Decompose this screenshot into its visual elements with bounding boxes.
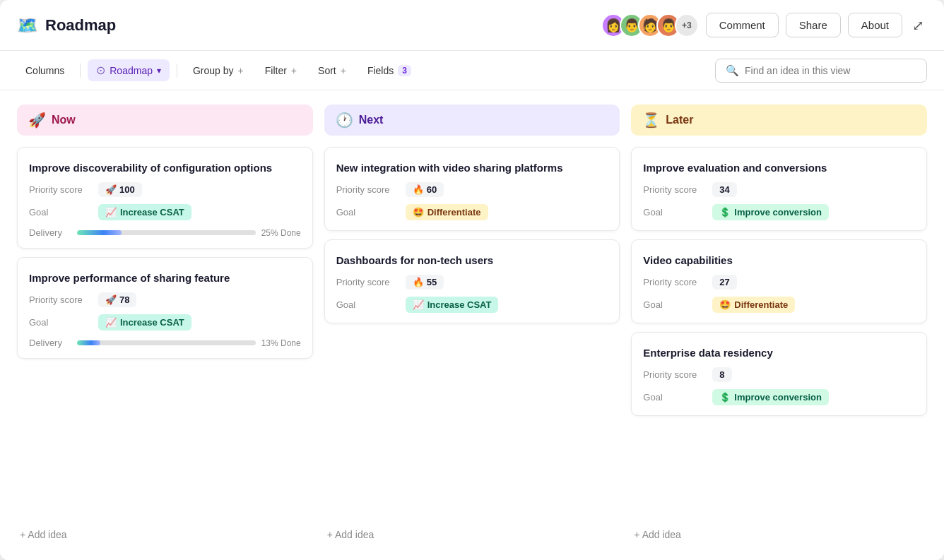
progress-text: 25% Done: [261, 228, 301, 238]
priority-label: Priority score: [336, 184, 400, 195]
column-header-next: 🕐Next: [324, 105, 620, 136]
card-title: Dashboards for non-tech users: [336, 253, 608, 268]
priority-score-badge: 34: [712, 182, 736, 197]
goal-emoji: 📈: [105, 317, 117, 328]
columns-button[interactable]: Columns: [17, 61, 73, 81]
card[interactable]: Video capabilities Priority score 27 Goa…: [631, 239, 927, 323]
search-input[interactable]: [745, 65, 916, 76]
view-selector[interactable]: ⊙ Roadmap ▾: [88, 59, 170, 81]
toolbar: Columns ⊙ Roadmap ▾ Group by + Filter + …: [0, 51, 944, 90]
app-emoji: 🗺️: [17, 16, 38, 35]
delivery-row: Delivery 25% Done: [29, 227, 301, 238]
card[interactable]: New integration with video sharing platf…: [324, 147, 620, 231]
goal-emoji: 🤩: [413, 207, 424, 218]
column-emoji: ⏳: [642, 112, 660, 129]
column-title: Now: [52, 114, 76, 126]
view-icon: ⊙: [96, 64, 105, 77]
priority-value: 60: [427, 184, 437, 195]
header-actions: 👩 👨 🧑 👨 +3 Comment Share About ⤢: [601, 13, 927, 37]
goal-badge[interactable]: 📈 Increase CSAT: [98, 314, 191, 330]
goal-row: Goal 📈 Increase CSAT: [29, 204, 301, 220]
sort-label: Sort: [318, 65, 336, 76]
chevron-down-icon: ▾: [157, 66, 161, 76]
column-later: ⏳LaterImprove evaluation and conversions…: [631, 105, 927, 546]
column-next: 🕐NextNew integration with video sharing …: [324, 105, 620, 546]
card[interactable]: Improve evaluation and conversions Prior…: [631, 147, 927, 231]
goal-badge[interactable]: 🤩 Differentiate: [712, 297, 795, 313]
goal-label: Goal: [336, 207, 400, 218]
expand-button[interactable]: ⤢: [909, 14, 927, 37]
priority-value: 34: [719, 184, 729, 195]
page-title: Roadmap: [45, 16, 116, 35]
avatar-overflow-count[interactable]: +3: [675, 13, 699, 37]
avatar-group: 👩 👨 🧑 👨 +3: [601, 13, 699, 37]
priority-emoji: 🚀: [105, 294, 117, 305]
goal-emoji: 💲: [719, 207, 731, 218]
search-box[interactable]: 🔍: [715, 59, 927, 83]
add-idea-button-next[interactable]: + Add idea: [324, 523, 620, 546]
card[interactable]: Enterprise data residency Priority score…: [631, 332, 927, 416]
goal-label: Goal: [643, 207, 707, 218]
goal-badge[interactable]: 📈 Increase CSAT: [98, 204, 191, 220]
priority-value: 27: [719, 277, 729, 287]
view-label: Roadmap: [110, 65, 153, 76]
card-title: Improve discoverability of configuration…: [29, 160, 301, 175]
goal-label: Goal: [643, 392, 707, 403]
card[interactable]: Improve performance of sharing feature P…: [17, 257, 313, 359]
about-button[interactable]: About: [848, 13, 902, 37]
goal-emoji: 🤩: [719, 299, 731, 310]
goal-label: Goal: [643, 299, 707, 310]
goal-text: Differentiate: [427, 207, 481, 218]
priority-score-badge: 🔥 60: [406, 182, 444, 197]
sort-plus-icon: +: [341, 65, 346, 76]
filter-label: Filter: [265, 65, 287, 76]
group-by-button[interactable]: Group by +: [184, 61, 252, 81]
priority-score-badge: 27: [712, 275, 736, 290]
goal-emoji: 📈: [105, 207, 117, 218]
comment-button[interactable]: Comment: [706, 13, 779, 37]
progress-bar-fill: [77, 340, 100, 345]
goal-badge[interactable]: 📈 Increase CSAT: [406, 297, 499, 313]
columns-label: Columns: [25, 65, 64, 76]
goal-row: Goal 🤩 Differentiate: [643, 297, 915, 313]
progress-bar-fill: [77, 230, 122, 235]
filter-button[interactable]: Filter +: [256, 61, 305, 81]
priority-label: Priority score: [643, 369, 707, 380]
card-title: Video capabilities: [643, 253, 915, 268]
add-idea-button-later[interactable]: + Add idea: [631, 523, 927, 546]
priority-value: 8: [719, 369, 724, 380]
column-header-now: 🚀Now: [17, 105, 313, 136]
goal-text: Increase CSAT: [427, 299, 492, 310]
fields-label: Fields: [367, 65, 394, 76]
share-button[interactable]: Share: [786, 13, 841, 37]
priority-emoji: 🚀: [105, 184, 117, 195]
fields-count-badge: 3: [398, 65, 411, 76]
goal-row: Goal 💲 Improve conversion: [643, 204, 915, 220]
card[interactable]: Improve discoverability of configuration…: [17, 147, 313, 249]
goal-label: Goal: [29, 207, 93, 218]
priority-row: Priority score 🔥 55: [336, 275, 608, 290]
sort-button[interactable]: Sort +: [309, 61, 355, 81]
card-title: Improve evaluation and conversions: [643, 160, 915, 175]
goal-badge[interactable]: 🤩 Differentiate: [406, 204, 488, 220]
card[interactable]: Dashboards for non-tech users Priority s…: [324, 239, 620, 323]
goal-row: Goal 📈 Increase CSAT: [29, 314, 301, 330]
card-title: Enterprise data residency: [643, 345, 915, 360]
priority-emoji: 🔥: [413, 184, 424, 195]
filter-plus-icon: +: [291, 65, 297, 76]
priority-row: Priority score 27: [643, 275, 915, 290]
progress-bar: [77, 340, 256, 345]
priority-score-badge: 🔥 55: [406, 275, 444, 290]
fields-button[interactable]: Fields 3: [359, 61, 420, 81]
goal-badge[interactable]: 💲 Improve conversion: [712, 204, 829, 220]
add-idea-button-now[interactable]: + Add idea: [17, 523, 313, 546]
toolbar-divider: [177, 64, 177, 78]
goal-text: Increase CSAT: [120, 317, 184, 328]
priority-score-badge: 🚀 78: [98, 292, 136, 307]
search-icon: 🔍: [726, 64, 739, 77]
priority-row: Priority score 34: [643, 182, 915, 197]
priority-label: Priority score: [29, 294, 93, 305]
goal-badge[interactable]: 💲 Improve conversion: [712, 389, 829, 405]
goal-label: Goal: [29, 317, 93, 328]
group-by-label: Group by: [193, 65, 234, 76]
